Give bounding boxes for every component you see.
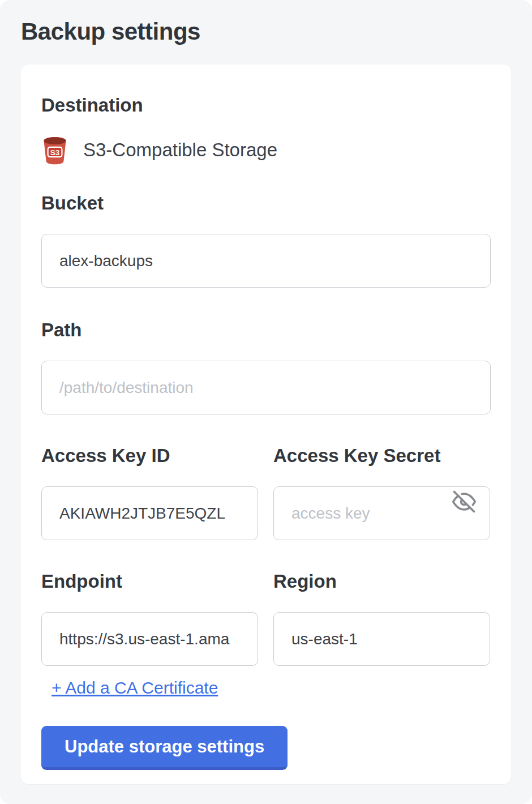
page-title: Backup settings [21,19,511,44]
update-storage-settings-button[interactable]: Update storage settings [41,726,288,770]
s3-bucket-icon: S3 [41,135,68,165]
endpoint-region-labels-row: Endpoint Region [41,571,491,592]
endpoint-field [41,592,258,666]
access-key-secret-label: Access Key Secret [273,446,490,466]
destination-row: S3 S3-Compatible Storage [41,134,491,166]
submit-row: Update storage settings [41,698,491,770]
access-key-id-input[interactable] [41,486,258,540]
eye-off-icon [452,490,476,514]
backup-settings-card: Destination S3 S3-Compatible Storage Buc… [21,65,511,784]
access-key-labels-row: Access Key ID Access Key Secret [41,446,491,466]
endpoint-label: Endpoint [41,571,258,592]
bucket-input[interactable] [41,234,491,288]
access-key-inputs-row [41,466,491,540]
toggle-secret-visibility-button[interactable] [451,488,478,515]
backup-settings-page: Backup settings Destination S3 S3-Compat… [0,0,532,804]
path-label: Path [41,320,491,340]
endpoint-input[interactable] [41,612,258,666]
svg-text:S3: S3 [50,148,60,156]
access-key-id-field [41,466,258,540]
destination-value: S3-Compatible Storage [83,139,277,161]
access-key-id-label: Access Key ID [41,446,258,466]
region-field [273,592,490,666]
endpoint-region-inputs-row [41,592,491,666]
access-key-secret-field [273,466,490,540]
region-input[interactable] [273,612,490,666]
region-label: Region [273,571,490,592]
bucket-label: Bucket [41,193,491,213]
path-input[interactable] [41,361,491,414]
destination-label: Destination [41,95,491,116]
add-ca-certificate-link[interactable]: + Add a CA Certificate [52,678,218,698]
